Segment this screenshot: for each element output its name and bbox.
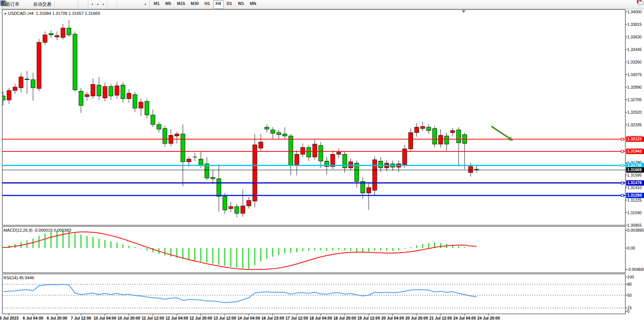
time-axis-label: 5 Jul 2023 — [0, 316, 19, 320]
tab-timeframe-m30[interactable]: M30 — [188, 0, 201, 9]
text-tool-button[interactable]: A — [136, 0, 139, 9]
candle-body — [247, 200, 251, 206]
price-axis-label: 1.32335 — [627, 123, 642, 127]
candle-body — [265, 127, 269, 129]
crosshair-tool-button[interactable] — [112, 0, 115, 9]
line-anchor-marker[interactable] — [621, 194, 623, 197]
fibonacci-tool-button[interactable]: F — [132, 0, 135, 9]
candle-body — [373, 160, 377, 190]
chevron-down-icon: ▾ — [145, 3, 146, 6]
price-axis-label: 1.33260 — [627, 60, 642, 64]
tab-timeframe-m1[interactable]: M1 — [151, 0, 162, 9]
chart-canvas[interactable]: 1.340001.338151.336301.334451.332601.330… — [0, 0, 644, 323]
tab-timeframe-w1[interactable]: W1 — [235, 0, 247, 9]
community-chat-button[interactable]: 1 — [637, 0, 640, 9]
time-axis-label: 7 Jul 12:00 — [71, 316, 91, 320]
line-anchor-marker[interactable] — [621, 138, 623, 140]
candle-body — [223, 196, 227, 210]
time-axis-label: 12 Jul 04:00 — [166, 316, 188, 320]
cursor-tool-button[interactable] — [109, 0, 112, 9]
price-axis-label: 1.33075 — [627, 72, 642, 77]
candle-body — [409, 133, 413, 149]
rsi-axis-label: 100 — [627, 275, 634, 279]
time-axis-label: 21 Jul 12:00 — [429, 316, 452, 320]
price-label-text: 1.31294 — [627, 193, 642, 197]
candle-body — [121, 85, 125, 99]
price-label-text: 1.31478 — [627, 180, 642, 185]
candle-body — [55, 35, 59, 37]
profiles-button[interactable] — [21, 0, 24, 9]
horizontal-line-tool-button[interactable] — [122, 0, 125, 9]
chevron-down-icon: ▾ — [92, 3, 93, 6]
candle-body — [217, 179, 221, 196]
time-axis-label: 16 Jul 23:00 — [261, 316, 284, 320]
candle-body — [85, 95, 89, 97]
zoom-out-button[interactable] — [70, 0, 73, 9]
candle-body — [277, 133, 281, 135]
vertical-line-tool-button[interactable] — [119, 0, 122, 9]
bar-chart-mode-button[interactable] — [56, 0, 59, 9]
tab-timeframe-m15[interactable]: M15 — [174, 0, 188, 9]
chart-shift-button[interactable] — [83, 0, 86, 9]
line-chart-mode-button[interactable] — [63, 0, 66, 9]
candle-body — [307, 148, 311, 157]
price-axis-label: 1.33630 — [627, 35, 642, 39]
auto-trading-button[interactable]: 自动交易 — [32, 0, 53, 9]
candle-body — [331, 154, 335, 167]
channel-tool-button[interactable]: E — [129, 0, 132, 9]
trendline-tool-button[interactable] — [126, 0, 129, 9]
price-axis-label: 1.32890 — [627, 85, 642, 89]
candle-body — [319, 145, 323, 161]
toolbar-separator — [78, 1, 78, 8]
rsi-title: RSI(14) — [3, 275, 18, 280]
candle-body — [414, 127, 419, 132]
symbol-dropdown-icon[interactable]: ▼ — [4, 12, 7, 16]
candle-body — [283, 134, 287, 136]
candle-body — [37, 42, 41, 88]
line-anchor-marker[interactable] — [621, 182, 623, 184]
candle-body — [49, 33, 53, 35]
candle-body — [445, 136, 449, 144]
time-axis-label: 6 Jul 04:00 — [23, 316, 43, 320]
line-anchor-marker[interactable] — [621, 150, 623, 153]
new-chart-button[interactable]: ▾ — [90, 0, 95, 9]
candle-body — [103, 86, 107, 98]
rsi-value: 45.9446 — [19, 275, 34, 280]
periods-button[interactable]: ▾ — [95, 0, 100, 9]
candle-body — [367, 188, 371, 193]
candle-body — [115, 86, 119, 95]
candle-body — [31, 80, 35, 88]
price-axis-label: 1.31225 — [627, 198, 642, 202]
search-icon — [0, 0, 6, 6]
arrows-tool-button[interactable]: ▾ — [143, 0, 148, 9]
time-axis-label: 11 Jul 12:00 — [142, 316, 164, 320]
toolbar-separator — [88, 1, 88, 8]
market-watch-button[interactable] — [25, 0, 28, 9]
rsi-axis-label: 0 — [627, 309, 630, 313]
candle-body — [433, 129, 437, 144]
tab-timeframe-h4[interactable]: H4 — [213, 0, 224, 9]
tab-timeframe-mn[interactable]: MN — [247, 0, 259, 9]
price-axis-label: 1.31410 — [627, 185, 642, 190]
tab-timeframe-h1[interactable]: H1 — [202, 0, 212, 9]
toolbar-separator — [107, 1, 107, 8]
candle-body — [199, 159, 203, 165]
signal-button[interactable] — [28, 0, 31, 9]
auto-scroll-button[interactable] — [80, 0, 83, 9]
zoom-in-button[interactable] — [67, 0, 70, 9]
text-label-tool-button[interactable]: T — [139, 0, 142, 9]
templates-button[interactable]: ▾ — [100, 0, 105, 9]
line-anchor-marker[interactable] — [621, 164, 623, 167]
rsi-panel-label: RSI(14) 45.9446 — [3, 275, 34, 280]
candle-body — [271, 130, 275, 133]
candle-body — [229, 207, 233, 208]
candle-body — [67, 28, 71, 35]
time-axis-label: 24 Jul 04:00 — [453, 316, 476, 320]
candle-body — [73, 34, 77, 90]
tile-windows-button[interactable] — [73, 0, 77, 9]
candlestick-mode-button[interactable] — [60, 0, 63, 9]
tab-timeframe-d1[interactable]: D1 — [224, 0, 235, 9]
macd-values: -0.000015 0.000383 — [33, 228, 71, 232]
candle-body — [157, 124, 161, 129]
tab-timeframe-m5[interactable]: M5 — [163, 0, 174, 9]
